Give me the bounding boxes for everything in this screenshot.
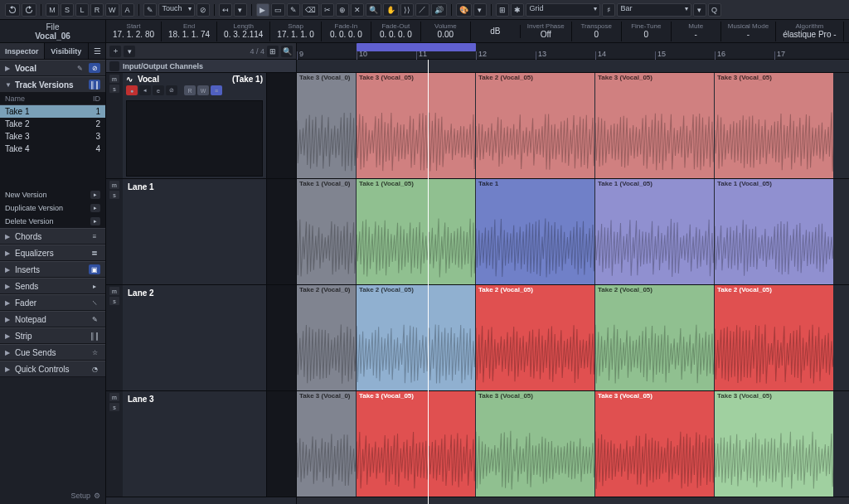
tool-line[interactable]: ／ bbox=[415, 3, 429, 17]
grid-type-icon[interactable]: ♯ bbox=[602, 3, 615, 17]
show-lanes[interactable]: ≡ bbox=[211, 85, 222, 95]
info-fade-out[interactable]: Fade-Out0. 0. 0. 0 bbox=[371, 22, 421, 41]
track-header-vocal[interactable]: ms ∿Vocal(Take 1) ● ◂ e ⊘ R W ≡ bbox=[106, 73, 296, 179]
automation-suspend-button[interactable]: ⊘ bbox=[196, 3, 210, 17]
search-button[interactable]: 🔍 bbox=[281, 46, 293, 57]
duplicate-version-button[interactable]: Duplicate Version▸ bbox=[0, 201, 105, 215]
track-row-lane-1[interactable]: Take 1 (Vocal_0)Take 1 (Vocal_05)Take 1T… bbox=[297, 179, 849, 285]
audio-clip[interactable]: Take 3 (Vocal_05) bbox=[715, 391, 833, 497]
info-[interactable]: dB bbox=[471, 25, 521, 38]
freeze-icon[interactable]: ⊘ bbox=[89, 63, 100, 73]
write-auto[interactable]: W bbox=[197, 85, 209, 95]
info-snap[interactable]: Snap17. 1. 1. 0 bbox=[270, 22, 321, 41]
lane-mute[interactable]: m bbox=[109, 181, 119, 189]
color-menu[interactable]: ▾ bbox=[473, 3, 487, 17]
track-row-vocal[interactable]: Take 3 (Vocal_0)Take 3 (Vocal_05)Take 2 … bbox=[297, 73, 849, 179]
info-start[interactable]: Start17. 1. 2. 80 bbox=[106, 22, 162, 41]
lane-header-lane-1[interactable]: msLane 1 bbox=[106, 179, 296, 285]
mute-small[interactable]: m bbox=[109, 75, 119, 83]
audio-clip[interactable]: Take 3 (Vocal_0) bbox=[297, 73, 356, 178]
audio-clip[interactable]: Take 3 (Vocal_05) bbox=[595, 391, 714, 497]
io-channels-row[interactable]: Input/Output Channels bbox=[106, 60, 296, 73]
versions-icon[interactable]: ║║ bbox=[89, 80, 100, 90]
add-track-button[interactable]: ＋ bbox=[109, 46, 121, 57]
tool-range[interactable]: ▭ bbox=[271, 3, 285, 17]
audio-clip[interactable]: Take 3 (Vocal_05) bbox=[715, 73, 833, 178]
section-strip[interactable]: ▶Strip║║ bbox=[0, 327, 105, 344]
info-end[interactable]: End18. 1. 1. 74 bbox=[162, 22, 217, 41]
loop-range[interactable] bbox=[357, 43, 476, 51]
tab-visibility[interactable]: Visibility bbox=[45, 43, 90, 59]
audio-clip[interactable]: Take 3 (Vocal_05) bbox=[357, 73, 475, 178]
tab-inspector[interactable]: Inspector bbox=[0, 43, 45, 59]
section-equalizers[interactable]: ▶Equalizers〓 bbox=[0, 245, 105, 261]
section-inserts[interactable]: ▶Inserts▣ bbox=[0, 261, 105, 278]
quantize-select[interactable]: Bar bbox=[617, 3, 691, 17]
audio-clip[interactable]: Take 3 (Vocal_0) bbox=[297, 391, 356, 497]
audio-clip[interactable]: Take 2 (Vocal_0) bbox=[297, 285, 356, 390]
info-mute[interactable]: Mute- bbox=[672, 22, 721, 41]
audio-clip[interactable]: Take 2 (Vocal_05) bbox=[476, 73, 594, 178]
record-enable[interactable]: ● bbox=[126, 85, 138, 95]
snap-type-icon[interactable]: ✱ bbox=[511, 3, 524, 17]
monitor-button[interactable]: ◂ bbox=[139, 85, 151, 95]
audio-clip[interactable]: Take 2 (Vocal_05) bbox=[476, 285, 594, 390]
r-button[interactable]: R bbox=[90, 3, 104, 17]
snap-toggle[interactable]: ⊞ bbox=[496, 3, 509, 17]
a-button[interactable]: A bbox=[121, 3, 134, 17]
audio-clip[interactable]: Take 1 bbox=[476, 179, 594, 284]
edit-ch-button[interactable]: e bbox=[153, 85, 164, 95]
panel-menu-icon[interactable]: ☰ bbox=[89, 43, 105, 59]
solo-small[interactable]: s bbox=[109, 85, 119, 93]
audio-clip[interactable]: Take 1 (Vocal_05) bbox=[357, 179, 475, 284]
lane-solo[interactable]: s bbox=[109, 297, 119, 305]
tool-zoom[interactable]: 🔍 bbox=[366, 3, 381, 17]
track-row-lane-3[interactable]: Take 3 (Vocal_0)Take 3 (Vocal_05)Take 3 … bbox=[297, 391, 849, 497]
m-button[interactable]: M bbox=[46, 3, 59, 17]
inspector-track-header[interactable]: ▶ Vocal ✎ ⊘ bbox=[0, 60, 105, 76]
info-invert-phase[interactable]: Invert PhaseOff bbox=[521, 22, 572, 41]
lane-mute[interactable]: m bbox=[109, 393, 119, 401]
lane-solo[interactable]: s bbox=[109, 403, 119, 411]
tool-split[interactable]: ✂ bbox=[321, 3, 334, 17]
lane-mute[interactable]: m bbox=[109, 287, 119, 295]
section-quick-controls[interactable]: ▶Quick Controls◔ bbox=[0, 361, 105, 377]
version-take-2[interactable]: Take 22 bbox=[0, 118, 105, 130]
section-cue-sends[interactable]: ▶Cue Sends☆ bbox=[0, 344, 105, 361]
version-take-3[interactable]: Take 33 bbox=[0, 130, 105, 143]
tool-erase[interactable]: ⌫ bbox=[302, 3, 319, 17]
audio-clip[interactable]: Take 2 (Vocal_05) bbox=[715, 285, 833, 390]
undo-button[interactable] bbox=[5, 3, 20, 17]
color-tool[interactable]: 🎨 bbox=[456, 3, 472, 17]
tool-select[interactable]: ▶ bbox=[256, 3, 269, 17]
audio-clip[interactable]: Take 3 (Vocal_05) bbox=[357, 391, 475, 497]
info-volume[interactable]: Volume0.00 bbox=[421, 22, 471, 41]
tool-comp[interactable]: ✋ bbox=[383, 3, 399, 17]
filter-button[interactable]: ⊞ bbox=[267, 46, 279, 57]
tool-mute[interactable]: ✕ bbox=[351, 3, 364, 17]
audio-clip[interactable]: Take 3 (Vocal_05) bbox=[595, 73, 714, 178]
w-button[interactable]: W bbox=[105, 3, 119, 17]
lane-solo[interactable]: s bbox=[109, 191, 119, 199]
audio-clip[interactable]: Take 2 (Vocal_05) bbox=[595, 285, 714, 390]
audio-clip[interactable]: Take 1 (Vocal_05) bbox=[595, 179, 714, 284]
tool-warp[interactable]: ⟩⟩ bbox=[400, 3, 414, 17]
track-row-lane-2[interactable]: Take 2 (Vocal_0)Take 2 (Vocal_05)Take 2 … bbox=[297, 285, 849, 391]
info-length[interactable]: Length0. 3. 2.114 bbox=[217, 22, 270, 41]
info-fade-in[interactable]: Fade-In0. 0. 0. 0 bbox=[322, 22, 371, 41]
section-chords[interactable]: ▶Chords≡ bbox=[0, 228, 105, 245]
tool-glue[interactable]: ⊕ bbox=[336, 3, 349, 17]
quantize-apply[interactable]: Q bbox=[708, 3, 721, 17]
gear-icon[interactable]: ⚙ bbox=[94, 492, 100, 500]
section-track-versions[interactable]: ▼ Track Versions ║║ bbox=[0, 76, 105, 93]
automation-edit-icon[interactable]: ✎ bbox=[143, 3, 157, 17]
redo-button[interactable] bbox=[22, 3, 36, 17]
section-fader[interactable]: ▶Fader⟍ bbox=[0, 294, 105, 311]
audio-clip[interactable]: Take 1 (Vocal_0) bbox=[297, 179, 356, 284]
audio-clip[interactable]: Take 1 (Vocal_05) bbox=[715, 179, 833, 284]
add-track-menu[interactable]: ▾ bbox=[124, 46, 135, 57]
autoscroll-menu[interactable]: ▾ bbox=[234, 3, 247, 17]
info-transpose[interactable]: Transpose0 bbox=[572, 22, 622, 41]
info-musical-mode[interactable]: Musical Mode- bbox=[721, 22, 776, 41]
version-take-4[interactable]: Take 44 bbox=[0, 143, 105, 155]
